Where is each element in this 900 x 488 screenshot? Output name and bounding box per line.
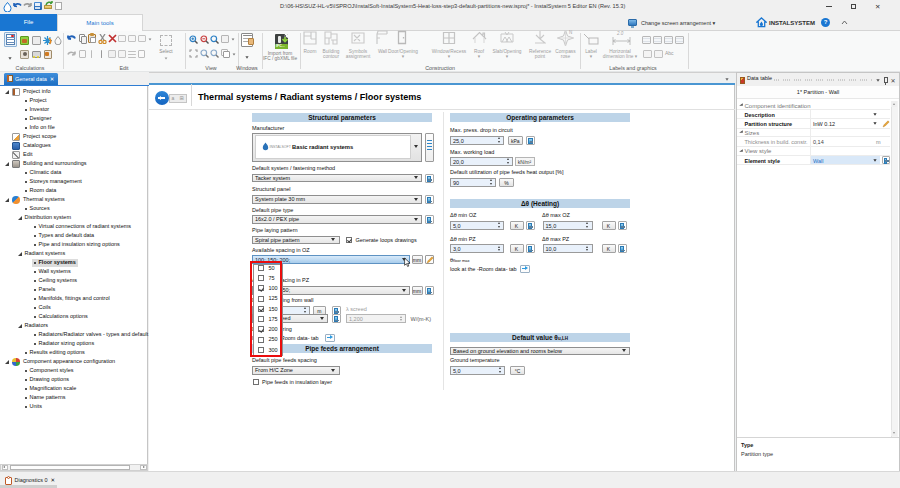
svg-text:N: N — [569, 30, 572, 35]
